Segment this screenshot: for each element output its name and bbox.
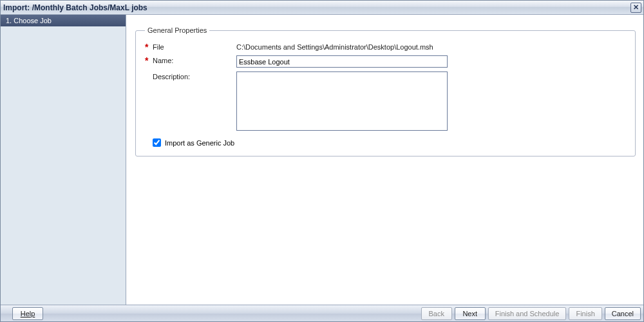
finish-schedule-button: Finish and Schedule — [488, 307, 567, 320]
sidebar-step-label: 1. Choose Job — [6, 17, 52, 24]
description-row: Description: — [145, 71, 626, 131]
file-row: * File C:\Documents and Settings\Adminis… — [145, 42, 626, 52]
description-label: Description: — [153, 71, 236, 80]
name-label: Name: — [153, 55, 236, 64]
cancel-button[interactable]: Cancel — [605, 307, 641, 320]
general-properties-legend: General Properties — [145, 26, 209, 34]
required-marker-icon: * — [145, 42, 153, 52]
name-input[interactable] — [236, 55, 448, 68]
import-generic-label[interactable]: Import as Generic Job — [165, 139, 234, 147]
import-generic-row: Import as Generic Job — [145, 138, 626, 147]
import-generic-checkbox[interactable] — [153, 138, 161, 147]
file-label: File — [153, 42, 236, 51]
wizard-sidebar: 1. Choose Job — [1, 15, 126, 305]
name-row: * Name: — [145, 55, 626, 68]
help-button[interactable]: Help — [12, 307, 43, 320]
next-button[interactable]: Next — [455, 307, 486, 320]
content-area: General Properties * File C:\Documents a… — [126, 15, 643, 305]
general-properties-group: General Properties * File C:\Documents a… — [135, 26, 636, 156]
finish-button: Finish — [569, 307, 601, 320]
titlebar: Import: /Monthly Batch Jobs/MaxL jobs ✕ — [1, 1, 643, 15]
required-spacer — [145, 71, 153, 72]
footer-bar: Help Back Next Finish and Schedule Finis… — [1, 305, 643, 321]
file-path-value: C:\Documents and Settings\Administrator\… — [236, 42, 433, 51]
close-icon[interactable]: ✕ — [630, 3, 641, 13]
import-dialog: Import: /Monthly Batch Jobs/MaxL jobs ✕ … — [0, 0, 644, 322]
required-marker-icon: * — [145, 55, 153, 65]
window-title: Import: /Monthly Batch Jobs/MaxL jobs — [3, 3, 147, 12]
description-wrap — [236, 71, 448, 131]
sidebar-step-choose-job[interactable]: 1. Choose Job — [1, 15, 126, 26]
description-input[interactable] — [236, 71, 448, 131]
back-button: Back — [421, 307, 452, 320]
dialog-body: 1. Choose Job General Properties * File … — [1, 15, 643, 305]
